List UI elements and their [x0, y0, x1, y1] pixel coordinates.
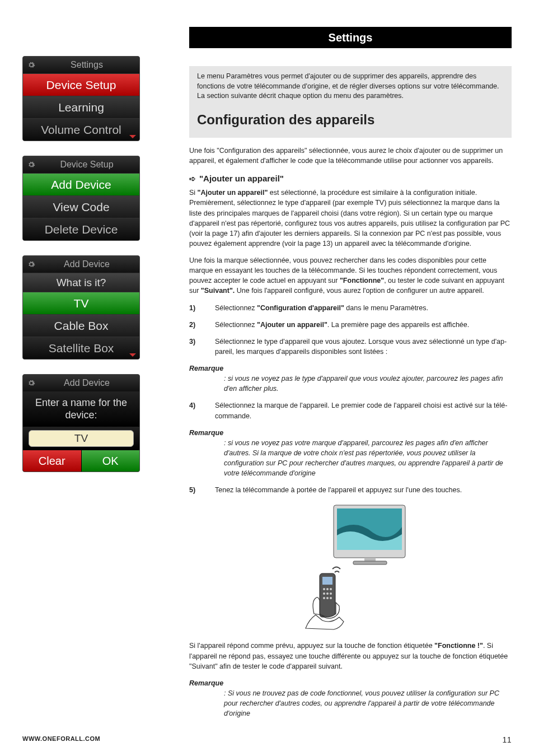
settings-header: Settings	[189, 27, 512, 48]
panel-add-device-type: Add Device What is it? TV Cable Box Sate…	[22, 255, 140, 360]
svg-point-9	[323, 592, 325, 595]
svg-rect-2	[364, 558, 376, 561]
remark-2: Remarque: si vous ne voyez pas votre mar…	[189, 428, 512, 479]
clear-button[interactable]: Clear	[23, 450, 82, 472]
settings-item-learning[interactable]: Learning	[23, 96, 139, 118]
gear-icon	[27, 260, 35, 268]
add-device-type-tv[interactable]: TV	[23, 292, 139, 314]
step-5-list: 5)Tenez la télécommande à portée de l'ap…	[189, 485, 512, 495]
caret-down-icon	[129, 353, 136, 357]
svg-point-11	[330, 592, 332, 595]
step-4: 4)Sélectionnez la marque de l'appareil. …	[189, 400, 512, 421]
svg-point-10	[326, 592, 329, 595]
add-device-question: What is it?	[23, 273, 139, 292]
svg-point-14	[330, 597, 332, 599]
arrow-right-icon: ➪	[189, 174, 196, 183]
gear-icon	[27, 61, 35, 69]
panel-device-setup-title: Device Setup	[39, 160, 135, 170]
paragraph-2: Une fois la marque sélectionnée, vous po…	[189, 255, 512, 296]
add-device-name-input-row	[23, 427, 139, 450]
device-name-input[interactable]	[29, 430, 134, 447]
svg-point-8	[330, 588, 332, 590]
content-column: Le menu Paramètres vous permet d'ajouter…	[189, 66, 512, 718]
add-device-type-satellite[interactable]: Satellite Box	[23, 337, 139, 359]
paragraph-1: Si "Ajouter un appareil" est sélectionné…	[189, 188, 512, 249]
settings-header-title: Settings	[329, 31, 373, 44]
remark-1: Remarque: si vous ne voyez pas le type d…	[189, 363, 512, 394]
settings-item-device-setup[interactable]: Device Setup	[23, 73, 139, 96]
caret-down-icon	[129, 135, 136, 138]
panel-add-device-type-title: Add Device	[39, 259, 135, 269]
ok-button[interactable]: OK	[82, 450, 140, 472]
step-4-list: 4)Sélectionnez la marque de l'appareil. …	[189, 400, 512, 421]
gear-icon	[27, 161, 35, 169]
svg-point-7	[326, 588, 329, 590]
footer-page-number: 11	[502, 735, 512, 744]
add-device-type-cable[interactable]: Cable Box	[23, 314, 139, 337]
left-column: Settings Device Setup Learning Volume Co…	[22, 56, 140, 487]
device-setup-item-add[interactable]: Add Device	[23, 173, 139, 195]
add-device-name-prompt: Enter a name for the device:	[23, 391, 139, 427]
step-1: 1)Sélectionnez "Configuration d'appareil…	[189, 303, 512, 313]
panel-add-device-type-header: Add Device	[23, 256, 139, 273]
paragraph-after-illustration: Si l'appareil répond comme prévu, appuye…	[189, 641, 512, 671]
panel-settings-header: Settings	[23, 57, 139, 73]
page-footer: WWW.ONEFORALL.COM 11	[22, 735, 512, 744]
panel-device-setup-header: Device Setup	[23, 156, 139, 173]
device-setup-item-view-code[interactable]: View Code	[23, 195, 139, 218]
panel-add-device-name: Add Device Enter a name for the device: …	[22, 374, 140, 472]
tv-remote-illustration	[289, 502, 412, 631]
panel-device-setup: Device Setup Add Device View Code Delete…	[22, 156, 140, 241]
device-setup-item-delete[interactable]: Delete Device	[23, 218, 139, 240]
section-heading: Configuration des appareils	[197, 110, 504, 129]
panel-settings: Settings Device Setup Learning Volume Co…	[22, 56, 140, 141]
step-3: 3)Sélectionnez le type d'appareil que vo…	[189, 337, 512, 357]
svg-rect-3	[353, 561, 387, 564]
panel-add-device-name-title: Add Device	[39, 378, 135, 388]
svg-point-13	[326, 597, 329, 599]
subsection-heading: ➪ "Ajouter un appareil"	[189, 174, 512, 183]
intro-box: Le menu Paramètres vous permet d'ajouter…	[189, 66, 512, 138]
remark-3: Remarque: Si vous ne trouvez pas de code…	[189, 678, 512, 719]
steps-list: 1)Sélectionnez "Configuration d'appareil…	[189, 303, 512, 357]
step-5: 5)Tenez la télécommande à portée de l'ap…	[189, 485, 512, 495]
step-2: 2)Sélectionnez "Ajouter un appareil". La…	[189, 320, 512, 330]
svg-rect-5	[322, 577, 332, 585]
panel-settings-title: Settings	[39, 60, 135, 70]
settings-item-volume-control[interactable]: Volume Control	[23, 118, 139, 141]
section-intro: Une fois "Configuration des appareils" s…	[189, 146, 512, 166]
svg-point-6	[323, 588, 325, 590]
intro-text: Le menu Paramètres vous permet d'ajouter…	[197, 72, 504, 101]
gear-icon	[27, 379, 35, 387]
svg-point-12	[323, 597, 325, 599]
panel-add-device-name-header: Add Device	[23, 375, 139, 391]
footer-url: WWW.ONEFORALL.COM	[22, 735, 100, 744]
